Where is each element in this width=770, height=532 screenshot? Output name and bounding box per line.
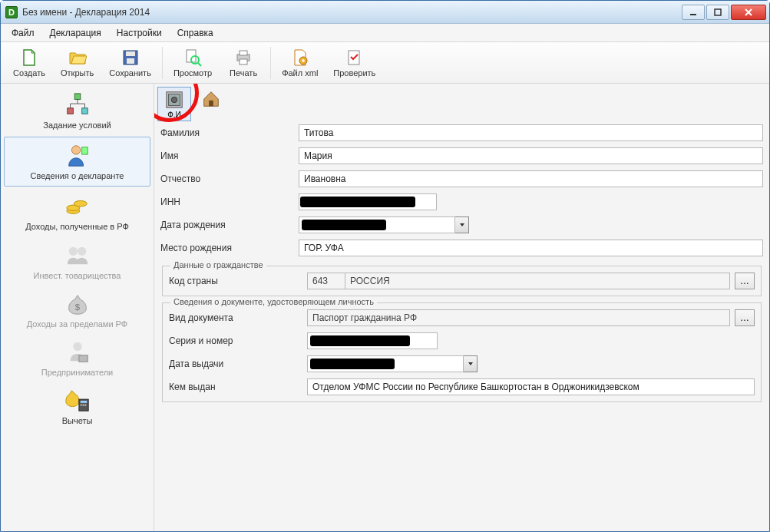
svg-line-9	[198, 63, 201, 66]
redaction-series	[310, 335, 410, 346]
svg-rect-12	[240, 59, 247, 64]
xml-icon	[291, 48, 309, 67]
combo-dob	[299, 216, 469, 233]
input-birthplace[interactable]	[299, 240, 763, 256]
svg-rect-36	[209, 101, 213, 106]
sidebar-item-income-rf[interactable]: Доходы, полученные в РФ	[1, 188, 154, 236]
open-button[interactable]: Открыть	[53, 45, 101, 81]
maximize-icon	[714, 8, 722, 16]
toolbar-separator	[162, 47, 163, 79]
mode-fio-button[interactable]: Ф.И	[157, 87, 191, 121]
issue-date-dropdown-button[interactable]	[464, 355, 478, 372]
label-series: Серия и номер	[169, 335, 307, 346]
content-pane: Ф.И Фамилия Имя Отчество	[154, 84, 769, 531]
svg-rect-17	[81, 108, 88, 114]
svg-rect-30	[80, 405, 81, 406]
dob-dropdown-button[interactable]	[455, 216, 469, 233]
input-name[interactable]	[299, 147, 763, 164]
app-icon: D	[5, 6, 18, 18]
minimize-icon	[689, 8, 697, 16]
svg-point-24	[78, 246, 86, 255]
input-patronymic[interactable]	[299, 170, 763, 187]
label-issue-date: Дата выдачи	[169, 359, 307, 369]
row-issue-date: Дата выдачи	[163, 352, 761, 375]
menu-file[interactable]: Файл	[5, 25, 41, 41]
toolbar-separator	[270, 47, 271, 79]
svg-point-23	[68, 246, 77, 255]
minimize-button[interactable]	[682, 5, 705, 20]
moneybag-icon: $	[64, 290, 91, 318]
folder-open-icon	[68, 48, 87, 67]
print-button[interactable]: Печать	[220, 45, 267, 81]
check-button[interactable]: Проверить	[326, 45, 383, 81]
floppy-icon	[121, 48, 140, 67]
svg-point-35	[171, 97, 177, 102]
menu-help[interactable]: Справка	[171, 25, 220, 41]
close-button[interactable]	[731, 5, 766, 20]
svg-rect-1	[715, 9, 721, 15]
svg-rect-31	[82, 405, 84, 406]
label-birthplace: Место рождения	[160, 243, 299, 253]
row-birthplace: Место рождения	[154, 236, 769, 259]
sidebar-item-deductions[interactable]: Вычеты	[1, 382, 154, 431]
menubar: Файл Декларация Настройки Справка	[1, 24, 769, 42]
fieldset-identity: Сведения о документе, удостоверяющем лич…	[162, 302, 762, 402]
row-series: Серия и номер	[163, 329, 761, 352]
close-icon	[744, 8, 753, 17]
xml-button[interactable]: Файл xml	[274, 45, 326, 81]
label-country-code: Код страны	[169, 276, 307, 286]
sidebar-item-declarant[interactable]: Сведения о декларанте	[4, 137, 150, 187]
menu-declaration[interactable]: Декларация	[44, 25, 107, 41]
check-icon	[345, 48, 364, 67]
safe-icon	[164, 89, 185, 111]
preview-button[interactable]: Просмотр	[166, 45, 220, 81]
legend-identity: Сведения о документе, удостоверяющем лич…	[170, 297, 377, 306]
fieldset-citizenship: Данные о гражданстве Код страны …	[162, 266, 762, 296]
house-icon	[200, 88, 222, 110]
magnifier-icon	[183, 48, 202, 67]
country-lookup-button[interactable]: …	[735, 273, 755, 289]
svg-rect-6	[127, 58, 134, 64]
row-country-code: Код страны …	[163, 269, 761, 292]
row-inn: ИНН	[154, 190, 769, 213]
row-doctype: Вид документа …	[163, 306, 761, 329]
redaction-inn	[300, 197, 415, 207]
redaction-dob	[302, 220, 386, 230]
ellipsis-icon: …	[740, 276, 749, 286]
input-doctype	[307, 309, 730, 326]
mode-house-button[interactable]	[194, 87, 228, 111]
svg-rect-5	[126, 51, 135, 56]
window-title: Без имени - Декларация 2014	[22, 7, 682, 18]
svg-rect-11	[240, 51, 247, 55]
row-issued-by: Кем выдан	[163, 375, 761, 398]
svg-rect-27	[78, 355, 87, 362]
svg-rect-16	[67, 108, 73, 114]
create-button[interactable]: Создать	[5, 45, 53, 81]
label-patronymic: Отчество	[160, 173, 299, 184]
label-surname: Фамилия	[160, 127, 299, 138]
redaction-issue-date	[310, 359, 395, 369]
sidebar-item-conditions[interactable]: Задание условий	[1, 87, 154, 135]
row-surname: Фамилия	[154, 121, 769, 144]
toolbar: Создать Открыть Сохранить Просмотр Печа	[1, 42, 769, 84]
new-file-icon	[20, 48, 38, 67]
maximize-button[interactable]	[706, 5, 729, 20]
sidebar-item-income-foreign: $ Доходы за пределами РФ	[1, 286, 154, 334]
save-button[interactable]: Сохранить	[101, 45, 159, 81]
row-patronymic: Отчество	[154, 167, 769, 190]
label-dob: Дата рождения	[160, 220, 299, 230]
menu-settings[interactable]: Настройки	[111, 25, 168, 41]
input-issued-by[interactable]	[307, 378, 755, 395]
sidebar-item-entrepreneur: Предприниматели	[1, 334, 154, 382]
input-surname[interactable]	[299, 124, 763, 141]
doctype-lookup-button[interactable]: …	[735, 309, 755, 326]
row-name: Имя	[154, 144, 769, 167]
svg-point-26	[73, 342, 81, 351]
label-name: Имя	[160, 150, 299, 161]
svg-point-22	[74, 201, 87, 207]
svg-rect-29	[80, 401, 87, 403]
calculator-bag-icon	[64, 387, 91, 415]
label-inn: ИНН	[160, 197, 299, 207]
input-country-name	[345, 273, 730, 289]
svg-rect-15	[74, 94, 81, 100]
